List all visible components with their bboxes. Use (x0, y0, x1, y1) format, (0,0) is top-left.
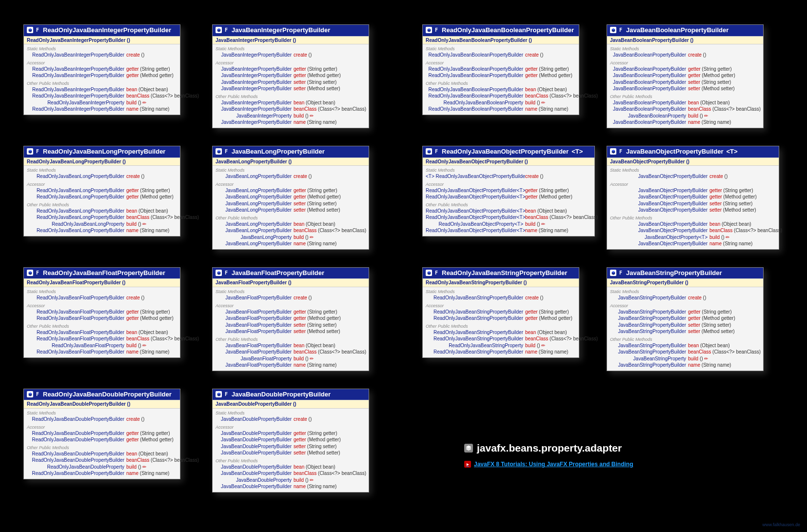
method-signature: build () ✏ (294, 113, 366, 119)
method-name: build (709, 235, 720, 240)
package-title-block: javafx.beans.property.adapter ▸ JavaFX 8… (401, 389, 784, 493)
class-icon (426, 270, 432, 276)
constructor: ReadOnlyJavaBeanBooleanPropertyBuilder (… (423, 36, 579, 45)
method-signature: create () (709, 173, 776, 180)
method-name: bean (126, 451, 137, 456)
method-params: () (537, 343, 540, 348)
class-header: F JavaBeanStringPropertyBuilder (607, 268, 763, 279)
method-params: (Class<?> beanClass) (734, 228, 782, 233)
method-row: ReadOnlyJavaBeanIntegerProperty build ()… (24, 99, 180, 106)
method-params: (Object bean) (700, 100, 730, 105)
method-params: (String name) (539, 349, 569, 355)
method-params: (String name) (307, 119, 337, 125)
class-title: ReadOnlyJavaBeanStringPropertyBuilder (442, 269, 567, 277)
method-signature: bean (Object bean) (688, 99, 760, 106)
throws-icon: ✏ (726, 235, 729, 240)
return-type: JavaBeanFloatPropertyBuilder (216, 362, 294, 369)
method-row: ReadOnlyJavaBeanDoublePropertyBuilder ge… (24, 436, 180, 443)
method-row: JavaBeanBooleanPropertyBuilder getter (S… (607, 66, 763, 73)
method-row: JavaBeanFloatPropertyBuilder name (Strin… (213, 362, 369, 369)
method-row: JavaBeanDoublePropertyBuilder setter (Me… (213, 450, 369, 456)
method-params: (Class<?> beanClass) (318, 228, 366, 233)
method-row: JavaBeanFloatPropertyBuilder setter (Met… (213, 328, 369, 335)
method-name: build (126, 464, 137, 470)
section-static: Static Methods (24, 409, 180, 416)
return-type: JavaBeanObjectPropertyBuilder (610, 240, 709, 247)
method-signature: setter (Method setter) (688, 328, 760, 335)
method-signature: create () (126, 173, 177, 180)
method-signature: getter (Method getter) (126, 194, 177, 200)
method-name: beanClass (525, 215, 548, 220)
method-row: ReadOnlyJavaBeanStringPropertyBuilder cr… (423, 295, 579, 301)
method-signature: beanClass (Class<?> beanClass) (126, 93, 199, 99)
method-params: (Method getter) (702, 73, 735, 78)
method-row: JavaBeanLongProperty build () ✏ (213, 234, 369, 241)
method-row: ReadOnlyJavaBeanFloatPropertyBuilder bea… (24, 329, 180, 336)
method-name: name (688, 362, 700, 368)
method-row: ReadOnlyJavaBeanLongPropertyBuilder name… (24, 227, 180, 234)
method-row: JavaBeanBooleanPropertyBuilder beanClass… (607, 106, 763, 113)
method-signature: getter (String getter) (688, 66, 760, 73)
return-type: JavaBeanStringPropertyBuilder (610, 309, 688, 315)
method-signature: setter (String setter) (294, 79, 366, 86)
method-row: JavaBeanDoublePropertyBuilder getter (St… (213, 430, 369, 437)
method-signature: name (String name) (294, 119, 366, 126)
method-row: JavaBeanObjectPropertyBuilder setter (St… (607, 200, 779, 207)
return-type: JavaBeanStringPropertyBuilder (610, 315, 688, 322)
class-icon (426, 27, 432, 33)
return-type: JavaBeanBooleanPropertyBuilder (610, 85, 688, 92)
method-signature: getter (Method getter) (688, 315, 760, 322)
class-box-rw-string: F JavaBeanStringPropertyBuilder JavaBean… (607, 267, 764, 371)
method-signature: bean (Object bean) (525, 208, 591, 215)
section-accessor: Accessor (607, 59, 763, 66)
method-params: (Method getter) (307, 437, 340, 442)
return-type: ReadOnlyJavaBeanStringPropertyBuilder (426, 335, 525, 342)
return-type: JavaBeanObjectPropertyBuilder (610, 227, 709, 234)
method-params: (Method getter) (140, 437, 173, 442)
return-type: JavaBeanDoublePropertyBuilder (216, 470, 294, 477)
return-type: ReadOnlyJavaBeanBooleanPropertyBuilder (426, 86, 525, 93)
method-params: (Object bean) (537, 87, 567, 92)
method-signature: name (String name) (525, 106, 576, 113)
method-name: name (126, 349, 138, 355)
class-title: JavaBeanFloatPropertyBuilder (232, 269, 324, 277)
method-row: ReadOnlyJavaBeanObjectPropertyBuilder<T>… (423, 208, 594, 215)
method-signature: getter (String getter) (525, 187, 591, 194)
method-signature: getter (String getter) (525, 66, 576, 73)
method-name: build (126, 343, 137, 348)
return-type: JavaBeanDoublePropertyBuilder (216, 443, 294, 450)
method-row: JavaBeanLongPropertyBuilder setter (Stri… (213, 200, 369, 207)
return-type: JavaBeanDoublePropertyBuilder (216, 450, 294, 456)
method-name: setter (294, 329, 306, 334)
method-name: create (709, 174, 723, 179)
method-params: (String name) (539, 228, 569, 233)
method-row: ReadOnlyJavaBeanDoubleProperty build () … (24, 464, 180, 471)
method-signature: bean (Object bean) (525, 86, 576, 93)
method-row: ReadOnlyJavaBeanBooleanPropertyBuilder g… (423, 66, 579, 73)
return-type: JavaBeanIntegerPropertyBuilder (216, 79, 294, 86)
tutorial-link[interactable]: ▸ JavaFX 8 Tutorials: Using JavaFX Prope… (464, 461, 633, 468)
method-signature: name (String name) (294, 362, 366, 369)
section-static: Static Methods (423, 166, 594, 173)
watermark: www.falkhausen.de (762, 522, 800, 527)
class-title: JavaBeanStringPropertyBuilder (626, 269, 722, 277)
method-params: () (309, 295, 312, 300)
method-row: ReadOnlyJavaBeanObjectProperty<T> build … (423, 221, 594, 228)
method-signature: setter (String setter) (294, 200, 366, 207)
method-params: (Class<?> beanClass) (318, 349, 366, 355)
class-title: JavaBeanDoublePropertyBuilder (232, 390, 331, 399)
section-static: Static Methods (607, 44, 763, 52)
section-static: Static Methods (423, 44, 579, 52)
class-title: ReadOnlyJavaBeanIntegerPropertyBuilder (43, 26, 171, 35)
method-params: (String getter) (140, 66, 170, 72)
throws-icon: ✏ (310, 113, 314, 118)
method-params: (Class<?> beanClass) (151, 336, 199, 341)
method-name: getter (688, 73, 701, 78)
method-row: JavaBeanObjectPropertyBuilder beanClass … (607, 227, 779, 234)
method-name: create (688, 295, 702, 300)
method-row: ReadOnlyJavaBeanIntegerPropertyBuilder b… (24, 86, 180, 93)
section-accessor: Accessor (24, 423, 180, 430)
method-params: () (700, 356, 703, 361)
method-row: JavaBeanLongPropertyBuilder name (String… (213, 240, 369, 247)
method-name: getter (688, 309, 701, 315)
